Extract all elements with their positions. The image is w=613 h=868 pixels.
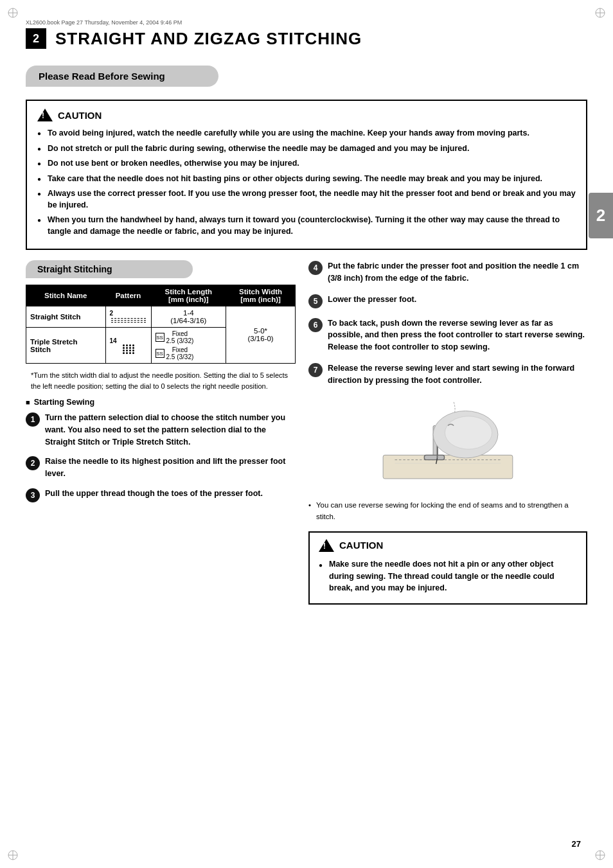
step-text-1: Turn the pattern selection dial to choos… (45, 412, 296, 448)
machine-svg (377, 395, 519, 492)
corner-mark-tr (594, 6, 607, 19)
pattern-straight: 2 (105, 306, 151, 328)
left-column: Straight Stitching Stitch Name Pattern S… (26, 260, 296, 615)
step-num-6: 6 (308, 318, 323, 332)
bottom-caution-list: Make sure the needle does not hit a pin … (319, 558, 577, 594)
col-stitch-width: Stitch Width[mm (inch)] (226, 285, 296, 306)
bottom-caution-header: CAUTION (319, 539, 577, 552)
corner-mark-tl (6, 6, 19, 19)
width-both: 5-0*(3/16-0) (226, 306, 296, 364)
step-num-1: 1 (26, 412, 40, 427)
col-stitch-name: Stitch Name (26, 285, 106, 306)
step-text-7: Release the reverse sewing lever and sta… (328, 362, 587, 387)
step-num-3: 3 (26, 488, 40, 502)
stitch-name-triple: Triple StretchStitch (26, 328, 106, 364)
corner-mark-bl (6, 849, 19, 862)
col-pattern: Pattern (105, 285, 151, 306)
step-text-4: Put the fabric under the presser foot an… (328, 260, 587, 285)
main-content: Straight Stitching Stitch Name Pattern S… (26, 260, 587, 615)
step-num-7: 7 (308, 363, 323, 377)
col-stitch-length: Stitch Length[mm (inch)] (151, 285, 226, 306)
svg-rect-16 (424, 456, 444, 460)
file-info: XL2600.book Page 27 Thursday, November 4… (26, 19, 587, 26)
bottom-caution-item-1: Make sure the needle does not hit a pin … (319, 558, 577, 594)
step-text-5: Lower the presser foot. (328, 294, 416, 306)
caution-item-4: Take care that the needle does not hit b… (37, 173, 576, 185)
caution-header-main: CAUTION (37, 109, 576, 121)
caution-box-main: CAUTION To avoid being injured, watch th… (26, 100, 587, 250)
page-number: 27 (572, 839, 581, 849)
step-num-4: 4 (308, 261, 323, 275)
table-footnote: *Turn the stitch width dial to adjust th… (31, 370, 296, 391)
step-text-6: To back tack, push down the reverse sewi… (328, 317, 587, 353)
chapter-title: STRAIGHT AND ZIGZAG STITCHING (55, 29, 362, 49)
caution-label-main: CAUTION (58, 110, 102, 121)
pattern-triple: 14 (105, 328, 151, 364)
caution-triangle-icon (37, 109, 53, 121)
step-num-5: 5 (308, 294, 323, 308)
corner-mark-br (594, 849, 607, 862)
step-7: 7 Release the reverse sewing lever and s… (308, 362, 587, 387)
step-text-2: Raise the needle to its highest position… (45, 456, 296, 480)
step-5: 5 Lower the presser foot. (308, 294, 587, 308)
table-row-straight: Straight Stitch 2 1-4(1/64-3/16) 5-0*(3/… (26, 306, 296, 328)
caution-list-main: To avoid being injured, watch the needle… (37, 128, 576, 237)
step-4: 4 Put the fabric under the presser foot … (308, 260, 587, 285)
straight-stitching-header: Straight Stitching (26, 260, 193, 278)
step-1: 1 Turn the pattern selection dial to cho… (26, 412, 296, 448)
machine-illustration (308, 395, 587, 493)
step-num-2: 2 (26, 456, 40, 470)
length-triple: SS Fixed2.5 (3/32) SS Fixed2.5 (3/32) (151, 328, 226, 364)
starting-sewing-label: Starting Sewing (26, 398, 296, 407)
bullet-note: You can use reverse sewing for locking t… (308, 500, 587, 522)
triple-pattern-icon (110, 344, 147, 354)
page: XL2600.book Page 27 Thursday, November 4… (0, 0, 613, 868)
step-2: 2 Raise the needle to its highest positi… (26, 456, 296, 480)
chapter-header: 2 STRAIGHT AND ZIGZAG STITCHING (26, 28, 587, 49)
caution-item-3: Do not use bent or broken needles, other… (37, 158, 576, 170)
step-text-3: Pull the upper thread though the toes of… (45, 488, 263, 500)
bottom-caution-label: CAUTION (339, 540, 383, 551)
step-6: 6 To back tack, push down the reverse se… (308, 317, 587, 353)
bottom-caution-box: CAUTION Make sure the needle does not hi… (308, 531, 587, 605)
length-straight: 1-4(1/64-3/16) (151, 306, 226, 328)
please-read-header: Please Read Before Sewing (26, 66, 218, 87)
svg-rect-12 (383, 456, 513, 479)
caution-item-6: When you turn the handwheel by hand, alw… (37, 215, 576, 237)
chapter-side-marker: 2 (589, 193, 613, 238)
caution-item-1: To avoid being injured, watch the needle… (37, 128, 576, 139)
step-3: 3 Pull the upper thread though the toes … (26, 488, 296, 502)
caution-item-2: Do not stretch or pull the fabric during… (37, 143, 576, 155)
chapter-number: 2 (26, 28, 46, 49)
stitch-table: Stitch Name Pattern Stitch Length[mm (in… (26, 285, 296, 364)
caution-item-5: Always use the correct presser foot. If … (37, 188, 576, 211)
stitch-name-straight: Straight Stitch (26, 306, 106, 328)
bottom-caution-triangle-icon (319, 539, 334, 552)
right-column: 4 Put the fabric under the presser foot … (308, 260, 587, 615)
svg-point-20 (445, 416, 492, 449)
